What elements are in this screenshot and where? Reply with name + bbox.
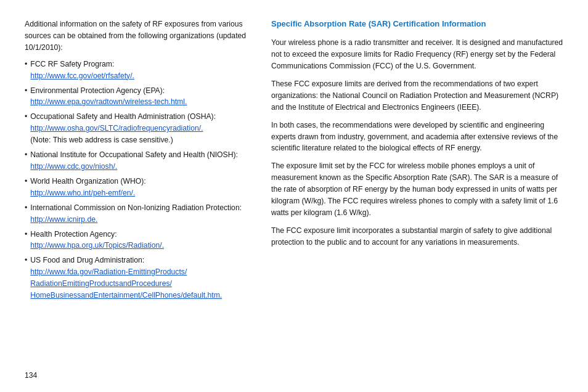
bullet-dot: •: [25, 255, 27, 266]
bullet-dot: •: [25, 85, 27, 97]
list-item: • Environmental Protection Agency (EPA):…: [25, 85, 253, 108]
list-item: • World Health Organization (WHO): http:…: [25, 176, 253, 199]
osha-link[interactable]: http://www.osha.gov/SLTC/radiofrequencyr…: [30, 124, 203, 133]
right-column: Specific Absorption Rate (SAR) Certifica…: [271, 18, 563, 365]
item-label: Health Protection Agency:: [30, 230, 116, 239]
hpa-link[interactable]: http://www.hpa.org.uk/Topics/Radiation/.: [30, 241, 164, 250]
item-label: National Institute for Occupational Safe…: [30, 150, 238, 159]
item-label: FCC RF Safety Program:: [30, 60, 114, 68]
item-label: Environmental Protection Agency (EPA):: [30, 86, 165, 95]
list-item: • Occupational Safety and Health Adminis…: [25, 111, 253, 146]
list-item: • National Institute for Occupational Sa…: [25, 149, 253, 173]
item-label: US Food and Drug Administration:: [30, 256, 144, 264]
bullet-content: Occupational Safety and Health Administr…: [30, 111, 253, 146]
item-label: Occupational Safety and Health Administr…: [30, 112, 216, 121]
columns: Additional information on the safety of …: [25, 18, 563, 365]
paragraph-2: These FCC exposure limits are derived fr…: [271, 78, 563, 113]
bullet-dot: •: [25, 202, 27, 214]
who-link[interactable]: http://www.who.int/peh-emf/en/.: [30, 189, 135, 197]
paragraph-4: The exposure limit set by the FCC for wi…: [271, 160, 563, 219]
bullet-dot: •: [25, 59, 27, 70]
page-footer: 134: [25, 365, 563, 380]
epa-link[interactable]: http://www.epa.gov/radtown/wireless-tech…: [30, 97, 187, 106]
paragraph-3: In both cases, the recommendations were …: [271, 120, 563, 155]
bullet-content: Health Protection Agency: http://www.hpa…: [30, 229, 253, 252]
bullet-content: International Commission on Non-Ionizing…: [30, 202, 253, 226]
item-label: International Commission on Non-Ionizing…: [30, 203, 242, 212]
icnirp-link[interactable]: http://www.icnirp.de.: [30, 215, 97, 224]
paragraph-1: Your wireless phone is a radio transmitt…: [271, 37, 563, 72]
osha-note: (Note: This web address is case sensitiv…: [30, 136, 173, 144]
section-title: Specific Absorption Rate (SAR) Certifica…: [271, 18, 563, 30]
bullet-content: National Institute for Occupational Safe…: [30, 149, 253, 173]
left-column: Additional information on the safety of …: [25, 18, 253, 365]
list-item: • US Food and Drug Administration: http:…: [25, 255, 253, 301]
bullet-list: • FCC RF Safety Program: http://www.fcc.…: [25, 59, 253, 301]
item-label: World Health Organization (WHO):: [30, 177, 145, 186]
bullet-content: FCC RF Safety Program: http://www.fcc.go…: [30, 59, 253, 82]
page-container: Additional information on the safety of …: [0, 0, 588, 392]
bullet-content: World Health Organization (WHO): http://…: [30, 176, 253, 199]
fda-link[interactable]: http://www.fda.gov/Radiation-EmittingPro…: [30, 267, 222, 300]
bullet-content: US Food and Drug Administration: http://…: [30, 255, 253, 301]
intro-text: Additional information on the safety of …: [25, 18, 253, 54]
bullet-dot: •: [25, 229, 27, 240]
niosh-link[interactable]: http://www.cdc.gov/niosh/.: [30, 162, 117, 171]
list-item: • Health Protection Agency: http://www.h…: [25, 229, 253, 252]
bullet-dot: •: [25, 176, 27, 187]
bullet-dot: •: [25, 149, 27, 161]
list-item: • International Commission on Non-Ionizi…: [25, 202, 253, 226]
paragraph-5: The FCC exposure limit incorporates a su…: [271, 225, 563, 248]
fcc-link[interactable]: http://www.fcc.gov/oet/rfsafety/.: [30, 71, 134, 80]
list-item: • FCC RF Safety Program: http://www.fcc.…: [25, 59, 253, 82]
bullet-content: Environmental Protection Agency (EPA): h…: [30, 85, 253, 108]
bullet-dot: •: [25, 111, 27, 123]
page-number: 134: [25, 371, 37, 380]
